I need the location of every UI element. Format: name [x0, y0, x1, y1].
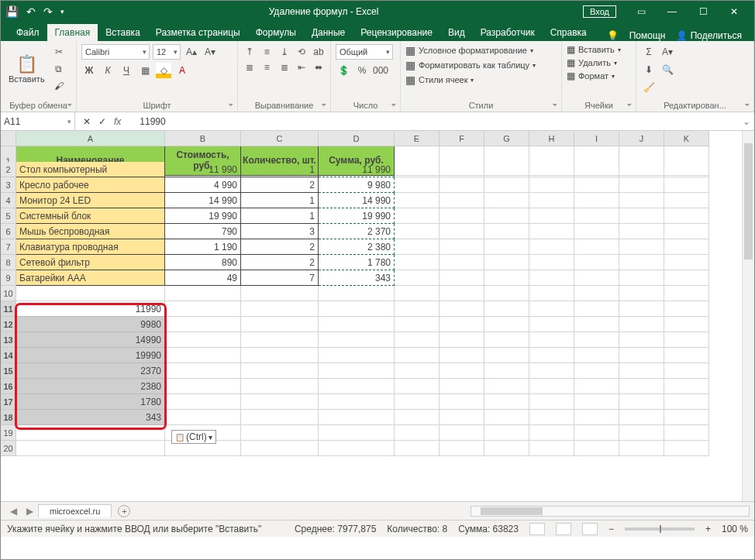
empty-cell[interactable] [395, 255, 440, 270]
row-header-12[interactable]: 12 [1, 317, 16, 332]
qty-cell[interactable]: 7 [241, 270, 319, 286]
sort-filter-icon[interactable]: A▾ [660, 44, 675, 60]
cond-format-button[interactable]: ▦Условное форматирование▾ [405, 44, 557, 57]
row-header-13[interactable]: 13 [1, 332, 16, 348]
empty-cell[interactable] [664, 410, 709, 425]
empty-cell[interactable] [440, 177, 484, 193]
empty-cell[interactable] [664, 317, 709, 332]
pasted-cell[interactable]: 11990 [16, 301, 165, 317]
find-icon[interactable]: 🔍 [660, 62, 675, 77]
empty-cell[interactable] [484, 224, 529, 239]
paste-button[interactable]: 📋 Вставить [5, 53, 48, 85]
empty-cell[interactable] [319, 441, 395, 456]
empty-cell[interactable] [619, 162, 664, 177]
empty-cell[interactable] [319, 317, 395, 332]
empty-cell[interactable] [574, 348, 619, 363]
empty-cell[interactable] [165, 410, 241, 425]
qty-cell[interactable]: 2 [241, 177, 319, 193]
sheet-tab[interactable]: microexcel.ru [38, 504, 112, 517]
empty-cell[interactable] [241, 317, 319, 332]
empty-cell[interactable] [529, 270, 574, 286]
sum-cell[interactable]: 1 780 [319, 255, 395, 270]
empty-cell[interactable] [664, 425, 709, 441]
font-color-icon[interactable]: A [174, 63, 190, 78]
empty-cell[interactable] [619, 270, 664, 286]
empty-cell[interactable] [319, 363, 395, 379]
empty-cell[interactable] [440, 317, 484, 332]
empty-cell[interactable] [619, 239, 664, 255]
align-center-icon[interactable]: ≡ [260, 60, 274, 75]
qty-cell[interactable]: 1 [241, 208, 319, 224]
empty-cell[interactable] [484, 441, 529, 456]
view-normal-button[interactable] [529, 523, 545, 535]
sum-cell[interactable]: 2 370 [319, 224, 395, 239]
row-header-17[interactable]: 17 [1, 394, 16, 410]
empty-cell[interactable] [619, 317, 664, 332]
horizontal-scrollbar[interactable] [471, 506, 750, 517]
empty-cell[interactable] [574, 332, 619, 348]
fill-color-icon[interactable]: ◇ [156, 63, 171, 78]
empty-cell[interactable] [319, 301, 395, 317]
empty-cell[interactable] [395, 332, 440, 348]
grow-font-icon[interactable]: A▴ [184, 44, 199, 60]
sum-cell[interactable]: 9 980 [319, 177, 395, 193]
sum-cell[interactable]: 2 380 [319, 239, 395, 255]
empty-cell[interactable] [664, 441, 709, 456]
empty-cell[interactable] [529, 208, 574, 224]
row-header-2[interactable]: 2 [1, 162, 16, 177]
pasted-cell[interactable]: 1780 [16, 394, 165, 410]
cost-cell[interactable]: 4 990 [165, 177, 241, 193]
row-header-10[interactable]: 10 [1, 286, 16, 301]
col-header-K[interactable]: K [664, 131, 709, 146]
autosum-icon[interactable]: Σ [641, 44, 657, 60]
cost-cell[interactable]: 1 190 [165, 239, 241, 255]
col-header-J[interactable]: J [619, 131, 664, 146]
login-button[interactable]: Вход [583, 5, 616, 18]
empty-cell[interactable] [440, 441, 484, 456]
empty-cell[interactable] [529, 301, 574, 317]
empty-cell[interactable] [440, 208, 484, 224]
empty-cell[interactable] [574, 425, 619, 441]
name-cell[interactable]: Батарейки ААА [16, 270, 165, 286]
clear-icon[interactable]: 🧹 [641, 80, 657, 95]
empty-cell[interactable] [619, 410, 664, 425]
empty-cell[interactable] [165, 332, 241, 348]
qty-cell[interactable]: 1 [241, 162, 319, 177]
tab-developer[interactable]: Разработчик [473, 24, 543, 41]
empty-cell[interactable] [395, 317, 440, 332]
empty-cell[interactable] [395, 270, 440, 286]
empty-cell[interactable] [529, 441, 574, 456]
empty-cell[interactable] [484, 363, 529, 379]
empty-cell[interactable] [529, 348, 574, 363]
empty-cell[interactable] [484, 317, 529, 332]
empty-cell[interactable] [529, 379, 574, 394]
row-header-3[interactable]: 3 [1, 177, 16, 193]
help-link[interactable]: Помощн [629, 30, 666, 41]
empty-cell[interactable] [319, 425, 395, 441]
cost-cell[interactable]: 19 990 [165, 208, 241, 224]
empty-cell[interactable] [440, 348, 484, 363]
empty-cell[interactable] [574, 270, 619, 286]
empty-cell[interactable] [319, 332, 395, 348]
empty-cell[interactable] [664, 286, 709, 301]
shrink-font-icon[interactable]: A▾ [202, 44, 218, 60]
empty-cell[interactable] [664, 363, 709, 379]
pasted-cell[interactable]: 19990 [16, 348, 165, 363]
empty-cell[interactable] [440, 379, 484, 394]
empty-cell[interactable] [395, 224, 440, 239]
zoom-level[interactable]: 100 % [722, 524, 748, 534]
col-header-I[interactable]: I [574, 131, 619, 146]
empty-cell[interactable] [484, 239, 529, 255]
undo-icon[interactable]: ↶ [26, 5, 36, 18]
underline-button[interactable]: Ч [119, 63, 134, 78]
empty-cell[interactable] [484, 348, 529, 363]
empty-cell[interactable] [440, 193, 484, 208]
empty-cell[interactable] [319, 394, 395, 410]
sheet-nav-next-icon[interactable]: ▶ [22, 506, 38, 517]
cost-cell[interactable]: 14 990 [165, 193, 241, 208]
empty-cell[interactable] [440, 394, 484, 410]
view-break-button[interactable] [582, 523, 598, 535]
zoom-out-button[interactable]: − [608, 524, 614, 534]
empty-cell[interactable] [484, 394, 529, 410]
empty-cell[interactable] [529, 255, 574, 270]
